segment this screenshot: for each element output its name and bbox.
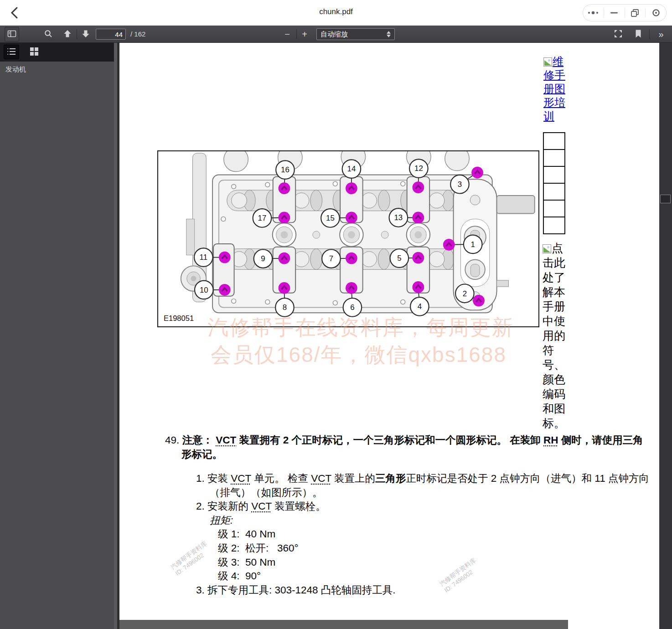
svg-text:9: 9 bbox=[261, 254, 265, 263]
more-options-icon[interactable] bbox=[583, 4, 604, 21]
acronym-vct: VCT bbox=[251, 500, 272, 512]
browser-header: chunk.pdf bbox=[0, 0, 672, 26]
empty-box bbox=[543, 183, 565, 201]
empty-box bbox=[543, 166, 565, 184]
select-spinner-icon bbox=[387, 31, 391, 37]
window-controls bbox=[583, 4, 667, 21]
previous-page-button[interactable] bbox=[61, 27, 74, 41]
svg-text:13: 13 bbox=[394, 213, 403, 222]
note-label: 注意： bbox=[182, 434, 213, 446]
outline-view-button[interactable] bbox=[4, 45, 19, 59]
acronym-rh: RH bbox=[543, 434, 558, 446]
sub-step-1: 1. 安装 VCT 单元。 检查 VCT 装置上的三角形正时标记是否处于 2 点… bbox=[196, 472, 651, 500]
svg-text:16: 16 bbox=[281, 165, 289, 174]
torque-lines: 级 1: 40 Nm级 2: 松开: 360°级 3: 50 Nm级 4: 90… bbox=[218, 527, 651, 583]
list-number: 2. bbox=[196, 500, 205, 512]
svg-text:2: 2 bbox=[463, 289, 467, 298]
outline-panel: 发动机 bbox=[0, 62, 114, 629]
svg-text:1: 1 bbox=[470, 240, 475, 249]
thumbnails-view-button[interactable] bbox=[26, 45, 42, 59]
outline-item-engine[interactable]: 发动机 bbox=[5, 65, 26, 74]
zoom-out-button[interactable]: − bbox=[281, 27, 294, 41]
torque-label: 扭矩: bbox=[210, 514, 651, 528]
step-text: 安装 bbox=[207, 473, 231, 484]
toolbar-divider bbox=[77, 29, 77, 39]
sidebar-toggle-button[interactable] bbox=[5, 27, 19, 41]
minimize-icon[interactable] bbox=[604, 4, 625, 21]
search-button[interactable] bbox=[42, 27, 55, 41]
step-text: 装置上的 bbox=[331, 473, 375, 484]
sidebar-toggle-icon bbox=[7, 29, 16, 40]
svg-text:17: 17 bbox=[258, 214, 267, 222]
arrow-down-icon bbox=[81, 30, 90, 39]
search-icon bbox=[44, 29, 53, 40]
viewer-background bbox=[119, 620, 568, 629]
back-chevron-icon bbox=[9, 14, 20, 21]
step-text: 单元。 检查 bbox=[251, 473, 311, 484]
sidebar-header bbox=[0, 43, 114, 62]
engine-diagram: 1234567891011121314151617 bbox=[158, 151, 538, 326]
minus-icon: − bbox=[284, 30, 290, 39]
bold-triangle: 三角形 bbox=[375, 473, 406, 484]
legend-note: 点击此处了解本手册中使用的符号、颜色编码和图标。 bbox=[543, 241, 569, 430]
empty-box bbox=[543, 149, 565, 167]
toolbar-divider bbox=[296, 29, 297, 39]
svg-text:8: 8 bbox=[283, 303, 287, 312]
plus-icon: + bbox=[302, 30, 307, 39]
zoom-mode-select[interactable]: 自动缩放 bbox=[316, 28, 395, 40]
presentation-mode-button[interactable] bbox=[612, 27, 625, 41]
step-text: 装置螺栓。 bbox=[272, 500, 326, 512]
legend-note-text: 点击此处了解本手册中使用的符号、颜色编码和图标。 bbox=[543, 242, 565, 429]
outline-list-icon bbox=[7, 47, 16, 57]
target-circle-icon[interactable] bbox=[646, 4, 666, 21]
back-button[interactable] bbox=[7, 6, 22, 21]
step-number: 49. bbox=[165, 434, 179, 446]
acronym-vct: VCT bbox=[231, 473, 251, 484]
zoom-mode-value: 自动缩放 bbox=[320, 30, 348, 39]
engine-figure: 1234567891011121314151617 E198051 bbox=[157, 150, 539, 327]
list-number: 1. bbox=[196, 473, 205, 484]
vertical-scrollbar[interactable] bbox=[659, 43, 672, 629]
svg-text:4: 4 bbox=[418, 302, 422, 311]
sub-step-2: 2. 安装新的 VCT 装置螺栓。 bbox=[196, 500, 651, 514]
empty-box bbox=[543, 217, 565, 234]
pdf-viewer-window: chunk.pdf bbox=[0, 0, 672, 629]
bookmark-button[interactable] bbox=[632, 27, 645, 41]
empty-box bbox=[543, 200, 565, 217]
training-link[interactable]: 维修手册图形培训 bbox=[543, 55, 567, 123]
restore-window-icon[interactable] bbox=[625, 4, 645, 21]
scrollbar-thumb[interactable] bbox=[660, 195, 671, 203]
svg-text:7: 7 bbox=[329, 254, 333, 263]
image-placeholder-icon bbox=[543, 57, 552, 67]
pdf-toolbar: / 162 − + 自动缩放 » bbox=[0, 26, 672, 43]
svg-text:14: 14 bbox=[347, 165, 356, 173]
svg-text:5: 5 bbox=[397, 254, 401, 263]
arrow-up-icon bbox=[63, 30, 72, 39]
bookmark-icon bbox=[635, 29, 642, 40]
svg-text:15: 15 bbox=[326, 214, 335, 222]
svg-text:6: 6 bbox=[350, 303, 354, 312]
list-number: 3. bbox=[196, 584, 205, 596]
svg-text:11: 11 bbox=[200, 253, 207, 262]
acronym-vct: VCT bbox=[216, 434, 236, 446]
svg-text:3: 3 bbox=[458, 180, 462, 189]
svg-text:12: 12 bbox=[414, 164, 423, 173]
step-text: 安装新的 bbox=[207, 500, 251, 512]
empty-box bbox=[543, 132, 565, 150]
sub-steps-list: 1. 安装 VCT 单元。 检查 VCT 装置上的三角形正时标记是否处于 2 点… bbox=[196, 472, 651, 597]
toolbar-divider bbox=[649, 29, 650, 39]
sub-step-3: 3. 拆下专用工具: 303-1248 凸轮轴固持工具. bbox=[196, 583, 651, 598]
more-tools-button[interactable]: » bbox=[655, 27, 667, 41]
sidebar-resizer[interactable] bbox=[114, 43, 117, 629]
svg-text:10: 10 bbox=[200, 286, 208, 294]
next-page-button[interactable] bbox=[79, 27, 92, 41]
symbol-box-stack bbox=[543, 133, 565, 234]
page-count-label: / 162 bbox=[130, 30, 145, 38]
page-number-input[interactable] bbox=[96, 29, 126, 40]
double-chevron-icon: » bbox=[658, 30, 663, 39]
image-placeholder-icon bbox=[543, 244, 551, 253]
acronym-vct: VCT bbox=[311, 473, 331, 484]
zoom-in-button[interactable]: + bbox=[298, 27, 311, 41]
fullscreen-arrows-icon bbox=[614, 29, 623, 40]
thumbnails-grid-icon bbox=[30, 47, 38, 57]
